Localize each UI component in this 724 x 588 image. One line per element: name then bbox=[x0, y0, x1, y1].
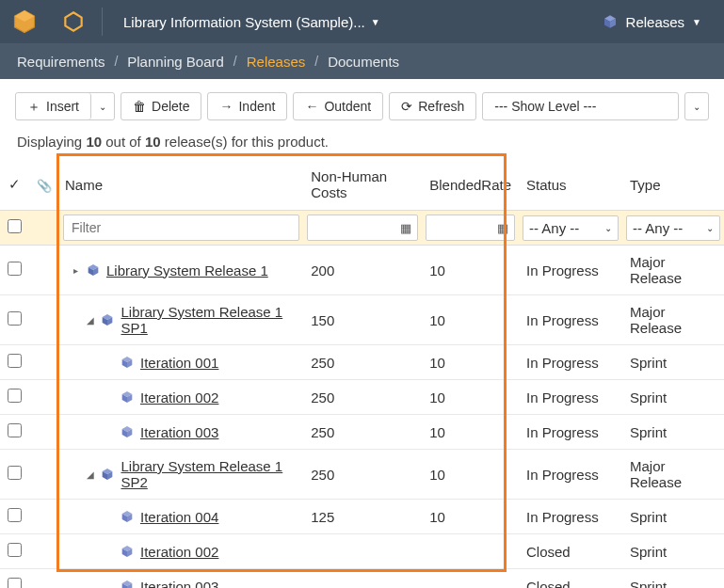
status-cell: In Progress bbox=[519, 380, 622, 415]
release-link[interactable]: Library System Release 1 bbox=[106, 262, 268, 278]
status-cell: Closed bbox=[519, 534, 622, 569]
row-checkbox[interactable] bbox=[8, 423, 22, 437]
outdent-button[interactable]: ←Outdent bbox=[293, 92, 383, 120]
row-checkbox[interactable] bbox=[8, 508, 22, 522]
indent-button[interactable]: →Indent bbox=[207, 92, 287, 120]
status-filter[interactable]: -- Any --⌄ bbox=[523, 215, 619, 241]
crumb-planning-board[interactable]: Planning Board bbox=[127, 54, 224, 70]
releases-menu[interactable]: Releases ▼ bbox=[579, 13, 724, 30]
release-link[interactable]: Iteration 002 bbox=[140, 389, 218, 405]
cube-icon bbox=[602, 13, 619, 30]
row-checkbox[interactable] bbox=[8, 466, 22, 480]
table-row[interactable]: ◢ Library System Release 1 SP2 250 10 In… bbox=[0, 450, 724, 500]
paperclip-icon: 📎 bbox=[37, 179, 52, 193]
table-row[interactable]: Iteration 003 Closed Sprint bbox=[0, 569, 724, 589]
status-cell: Closed bbox=[519, 569, 622, 589]
table-row[interactable]: Iteration 002 250 10 In Progress Sprint bbox=[0, 380, 724, 415]
release-link[interactable]: Iteration 001 bbox=[140, 355, 218, 371]
breadcrumb: Requirements / Planning Board / Releases… bbox=[0, 43, 724, 79]
col-name-header[interactable]: Name bbox=[59, 159, 303, 211]
type-cell: Sprint bbox=[622, 500, 724, 534]
calculator-icon[interactable]: ▦ bbox=[491, 221, 514, 235]
rate-cell: 10 bbox=[422, 295, 519, 345]
status-cell: In Progress bbox=[519, 345, 622, 380]
refresh-button[interactable]: ⟳Refresh bbox=[389, 92, 476, 120]
table-row[interactable]: ◢ Library System Release 1 SP1 150 10 In… bbox=[0, 295, 724, 345]
release-link[interactable]: Library System Release 1 SP1 bbox=[121, 304, 296, 336]
release-link[interactable]: Library System Release 1 SP2 bbox=[121, 458, 296, 490]
caret-down-icon: ⌄ bbox=[99, 102, 106, 112]
releases-label: Releases bbox=[626, 14, 685, 30]
plus-icon: ＋ bbox=[27, 100, 40, 113]
caret-down-icon: ⌄ bbox=[706, 223, 714, 233]
col-attach-header[interactable]: 📎 bbox=[29, 159, 59, 211]
type-cell: Sprint bbox=[622, 569, 724, 589]
rate-cell bbox=[422, 569, 519, 589]
release-link[interactable]: Iteration 003 bbox=[140, 579, 218, 589]
release-link[interactable]: Iteration 004 bbox=[140, 509, 218, 525]
release-link[interactable]: Iteration 003 bbox=[140, 424, 218, 440]
release-link[interactable]: Iteration 002 bbox=[140, 544, 218, 560]
type-cell: Sprint bbox=[622, 534, 724, 569]
breadcrumb-sep: / bbox=[114, 54, 118, 69]
col-type-header[interactable]: Type bbox=[622, 159, 724, 211]
insert-caret[interactable]: ⌄ bbox=[91, 93, 114, 119]
arrow-right-icon: → bbox=[219, 100, 233, 113]
row-checkbox[interactable] bbox=[8, 543, 22, 557]
status-cell: In Progress bbox=[519, 500, 622, 534]
select-all-checkbox[interactable] bbox=[8, 219, 22, 233]
status-cell: In Progress bbox=[519, 450, 622, 500]
logo-area bbox=[0, 0, 98, 43]
expander-icon[interactable]: ◢ bbox=[86, 315, 94, 326]
svg-marker-2 bbox=[65, 12, 81, 31]
cost-cell: 150 bbox=[303, 295, 422, 345]
table-row[interactable]: Iteration 004 125 10 In Progress Sprint bbox=[0, 500, 724, 534]
crumb-releases[interactable]: Releases bbox=[247, 54, 306, 70]
type-cell: Major Release bbox=[622, 450, 724, 500]
row-checkbox[interactable] bbox=[8, 311, 22, 326]
cost-cell: 200 bbox=[303, 246, 422, 295]
product-label: Library Information System (Sample)... bbox=[123, 14, 365, 30]
delete-button[interactable]: 🗑Delete bbox=[121, 92, 201, 120]
crumb-requirements[interactable]: Requirements bbox=[17, 54, 105, 70]
col-rate-header[interactable]: BlendedRate bbox=[422, 159, 519, 211]
rate-cell: 10 bbox=[422, 345, 519, 380]
table-row[interactable]: ▸ Library System Release 1 200 10 In Pro… bbox=[0, 246, 724, 295]
trash-icon: 🗑 bbox=[133, 100, 146, 113]
type-filter[interactable]: -- Any --⌄ bbox=[626, 215, 720, 241]
releases-table: ✓ 📎 Name Non-Human Costs BlendedRate Sta… bbox=[0, 159, 724, 588]
col-cost-header[interactable]: Non-Human Costs bbox=[303, 159, 422, 211]
cost-cell: 250 bbox=[303, 380, 422, 415]
refresh-icon: ⟳ bbox=[401, 100, 412, 113]
status-cell: In Progress bbox=[519, 415, 622, 450]
product-selector[interactable]: Library Information System (Sample)... ▼ bbox=[106, 14, 397, 30]
caret-down-icon: ⌄ bbox=[693, 102, 700, 112]
row-checkbox[interactable] bbox=[8, 354, 22, 368]
app-logo[interactable] bbox=[0, 0, 49, 43]
table-row[interactable]: Iteration 003 250 10 In Progress Sprint bbox=[0, 415, 724, 450]
cost-cell: 250 bbox=[303, 415, 422, 450]
cost-cell bbox=[303, 569, 422, 589]
cost-filter[interactable]: ▦ bbox=[307, 215, 418, 241]
crumb-documents[interactable]: Documents bbox=[328, 54, 399, 70]
sprint-icon bbox=[120, 579, 135, 588]
table-row[interactable]: Iteration 002 Closed Sprint bbox=[0, 534, 724, 569]
sprint-icon bbox=[120, 355, 135, 370]
row-checkbox[interactable] bbox=[8, 262, 22, 276]
expander-icon[interactable]: ◢ bbox=[86, 469, 94, 480]
expander-icon[interactable]: ▸ bbox=[71, 265, 80, 276]
show-level-caret[interactable]: ⌄ bbox=[684, 92, 709, 120]
insert-button[interactable]: ＋Insert bbox=[16, 93, 91, 119]
rate-filter[interactable]: ▦ bbox=[426, 215, 515, 241]
table-row[interactable]: Iteration 001 250 10 In Progress Sprint bbox=[0, 345, 724, 380]
calculator-icon[interactable]: ▦ bbox=[394, 221, 417, 235]
hex-nav[interactable] bbox=[49, 0, 98, 43]
col-status-header[interactable]: Status bbox=[519, 159, 622, 211]
row-checkbox[interactable] bbox=[8, 578, 22, 588]
rate-cell: 10 bbox=[422, 500, 519, 534]
arrow-left-icon: ← bbox=[305, 100, 318, 113]
row-checkbox[interactable] bbox=[8, 389, 22, 403]
show-level-select[interactable]: --- Show Level --- bbox=[482, 92, 679, 120]
name-filter[interactable] bbox=[63, 215, 299, 241]
col-check-header[interactable]: ✓ bbox=[0, 159, 29, 211]
